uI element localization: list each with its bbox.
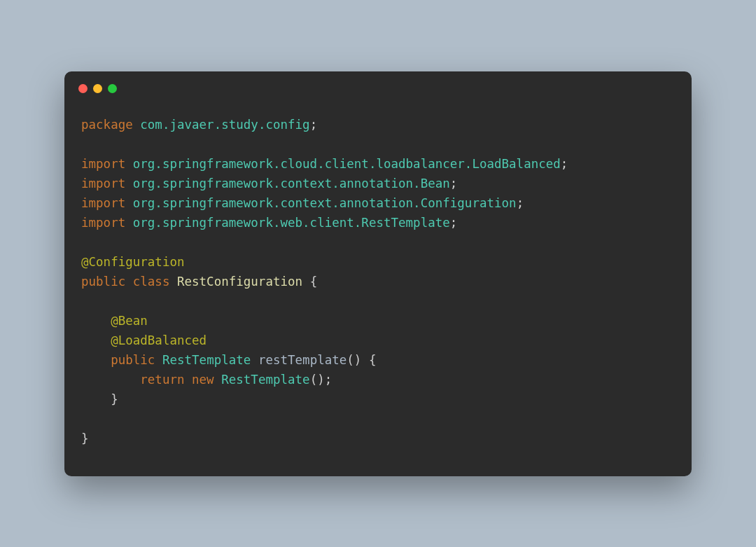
code-line: @Configuration [81, 255, 185, 269]
code-line: import org.springframework.context.annot… [81, 196, 524, 210]
close-icon[interactable] [78, 84, 88, 93]
code-line: @LoadBalanced [81, 333, 206, 347]
code-line: public class RestConfiguration { [81, 275, 317, 289]
minimize-icon[interactable] [93, 84, 102, 93]
window-titlebar [64, 71, 692, 106]
code-content: package com.javaer.study.config; import … [64, 106, 692, 476]
code-line: return new RestTemplate(); [81, 373, 332, 387]
maximize-icon[interactable] [108, 84, 117, 93]
code-line: } [81, 392, 118, 406]
code-line: public RestTemplate restTemplate() { [81, 353, 376, 367]
code-window: package com.javaer.study.config; import … [64, 71, 692, 476]
code-line: } [81, 431, 89, 445]
code-line: import org.springframework.web.client.Re… [81, 216, 457, 230]
code-line: @Bean [81, 314, 148, 328]
code-line: import org.springframework.cloud.client.… [81, 157, 568, 171]
code-line: package com.javaer.study.config; [81, 118, 317, 132]
code-line: import org.springframework.context.annot… [81, 176, 457, 191]
